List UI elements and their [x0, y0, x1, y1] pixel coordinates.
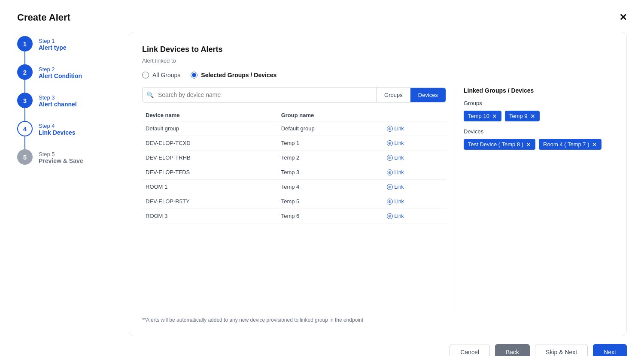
footer-note: **Alerts will be automatically added to …: [142, 310, 614, 323]
table-row: ROOM 1 Temp 4 ⊕ Link: [142, 180, 446, 194]
link-button[interactable]: ⊕ Link: [387, 169, 404, 175]
step-item-4: 4 Step 4 Link Devices: [17, 121, 112, 149]
link-icon: ⊕: [387, 169, 393, 175]
step-circle-3: 3: [17, 93, 33, 108]
col-device-name: Device name: [142, 109, 278, 121]
step-number-3: Step 3: [39, 94, 77, 101]
table-row: DEV-ELOP-TFDS Temp 3 ⊕ Link: [142, 165, 446, 180]
radio-selected-groups[interactable]: Selected Groups / Devices: [191, 72, 276, 78]
link-icon: ⊕: [387, 126, 393, 132]
link-icon: ⊕: [387, 184, 393, 190]
link-label: Link: [395, 184, 404, 190]
step-circle-4: 4: [17, 121, 33, 136]
search-input[interactable]: [142, 87, 377, 103]
linked-panel-title: Linked Groups / Devices: [464, 87, 614, 94]
link-button[interactable]: ⊕ Link: [387, 155, 404, 161]
device-tag-remove[interactable]: ✕: [592, 142, 597, 148]
step-name-1: Alert type: [39, 44, 67, 51]
close-button[interactable]: ✕: [619, 13, 627, 22]
tab-devices[interactable]: Devices: [410, 88, 446, 102]
group-tag-remove[interactable]: ✕: [530, 113, 535, 119]
group-tag-label: Temp 9: [509, 113, 528, 119]
radio-selected-input[interactable]: [191, 72, 197, 78]
device-tag-remove[interactable]: ✕: [526, 142, 531, 148]
cancel-button[interactable]: Cancel: [450, 344, 490, 356]
back-button[interactable]: Back: [495, 344, 530, 356]
link-button[interactable]: ⊕ Link: [387, 213, 404, 219]
link-cell: ⊕ Link: [383, 151, 446, 165]
table-row: DEV-ELOP-TCXD Temp 1 ⊕ Link: [142, 136, 446, 151]
link-button[interactable]: ⊕ Link: [387, 126, 404, 132]
link-button[interactable]: ⊕ Link: [387, 184, 404, 190]
modal-title: Create Alert: [17, 12, 70, 23]
device-tag: Test Device ( Temp 8 ) ✕: [464, 139, 535, 150]
tab-group: Groups Devices: [377, 87, 446, 103]
group-name-cell: Temp 1: [278, 136, 383, 151]
step-item-2: 2 Step 2 Alert Condition: [17, 64, 112, 93]
table-row: DEV-ELOP-TRHB Temp 2 ⊕ Link: [142, 151, 446, 165]
search-input-wrapper: 🔍: [142, 87, 377, 103]
group-name-cell: Temp 3: [278, 165, 383, 180]
step-labels-4: Step 4 Link Devices: [39, 121, 76, 136]
group-name-cell: Temp 6: [278, 209, 383, 223]
link-label: Link: [395, 199, 404, 205]
step-number-1: Step 1: [39, 38, 67, 44]
device-name-cell: DEV-ELOP-TCXD: [142, 136, 278, 151]
step-labels-3: Step 3 Alert channel: [39, 93, 77, 108]
step-number-4: Step 4: [39, 123, 76, 129]
device-tag: Room 4 ( Temp 7 ) ✕: [539, 139, 601, 150]
link-icon: ⊕: [387, 199, 393, 205]
device-name-cell: DEV-ELOP-TRHB: [142, 151, 278, 165]
link-cell: ⊕ Link: [383, 180, 446, 194]
tab-groups[interactable]: Groups: [377, 88, 410, 102]
link-icon: ⊕: [387, 213, 393, 219]
link-button[interactable]: ⊕ Link: [387, 140, 404, 146]
link-label: Link: [395, 213, 404, 219]
skip-next-button[interactable]: Skip & Next: [535, 344, 588, 356]
linked-panel: Linked Groups / Devices Groups Temp 10 ✕…: [455, 87, 614, 310]
step-name-5: Preview & Save: [39, 157, 83, 164]
table-row: ROOM 3 Temp 6 ⊕ Link: [142, 209, 446, 223]
group-tag: Temp 9 ✕: [505, 111, 540, 121]
search-bar-row: 🔍 Groups Devices: [142, 87, 446, 103]
linked-groups-label: Groups: [464, 100, 614, 106]
link-cell: ⊕ Link: [383, 121, 446, 136]
step-labels-1: Step 1 Alert type: [39, 36, 67, 51]
device-name-cell: DEV-ELOP-R5TY: [142, 194, 278, 209]
step-item-3: 3 Step 3 Alert channel: [17, 93, 112, 121]
table-row: DEV-ELOP-R5TY Temp 5 ⊕ Link: [142, 194, 446, 209]
table-row: Default group Default group ⊕ Link: [142, 121, 446, 136]
link-cell: ⊕ Link: [383, 165, 446, 180]
group-name-cell: Temp 4: [278, 180, 383, 194]
device-table: Device name Group name Default group Def…: [142, 109, 446, 223]
radio-group: All Groups Selected Groups / Devices: [142, 72, 614, 78]
group-tag-remove[interactable]: ✕: [492, 113, 497, 119]
col-group-name: Group name: [278, 109, 383, 121]
group-name-cell: Temp 5: [278, 194, 383, 209]
device-name-cell: ROOM 3: [142, 209, 278, 223]
link-button[interactable]: ⊕ Link: [387, 199, 404, 205]
device-name-cell: ROOM 1: [142, 180, 278, 194]
content-panel: Link Devices to Alerts Alert linked to A…: [129, 32, 627, 336]
col-link-action: [383, 109, 446, 121]
radio-all-groups-input[interactable]: [142, 72, 149, 78]
step-labels-5: Step 5 Preview & Save: [39, 149, 83, 164]
modal-header: Create Alert ✕: [0, 0, 644, 32]
device-name-cell: Default group: [142, 121, 278, 136]
step-name-3: Alert channel: [39, 101, 77, 108]
next-button[interactable]: Next: [593, 344, 627, 356]
search-icon: 🔍: [146, 91, 154, 98]
link-label: Link: [395, 140, 404, 146]
group-tag: Temp 10 ✕: [464, 111, 501, 121]
link-label: Link: [395, 169, 404, 175]
device-tag-label: Test Device ( Temp 8 ): [468, 141, 523, 148]
radio-all-groups[interactable]: All Groups: [142, 72, 180, 78]
link-label: Link: [395, 155, 404, 161]
step-number-5: Step 5: [39, 151, 83, 157]
step-item-5: 5 Step 5 Preview & Save: [17, 149, 112, 165]
radio-selected-label: Selected Groups / Devices: [201, 72, 276, 78]
step-name-4: Link Devices: [39, 129, 76, 136]
step-circle-2: 2: [17, 64, 33, 80]
bottom-bar: Cancel Back Skip & Next Next: [0, 336, 644, 356]
radio-all-groups-label: All Groups: [152, 72, 180, 78]
